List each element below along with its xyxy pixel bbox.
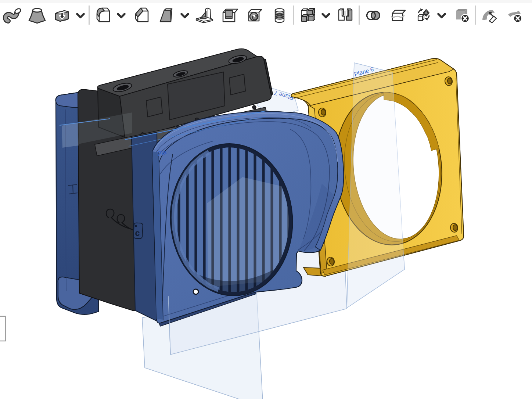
svg-text:c: c: [135, 228, 140, 238]
